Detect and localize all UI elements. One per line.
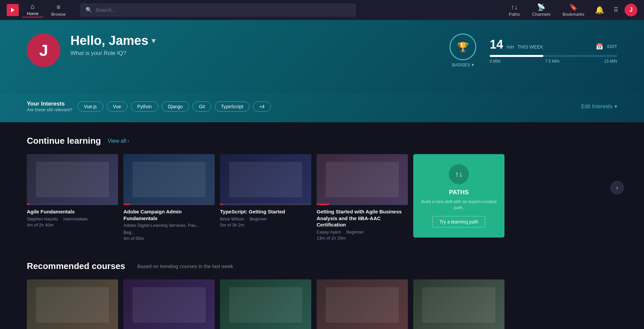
interest-tag[interactable]: Python	[131, 102, 158, 112]
thumb-screen	[36, 287, 109, 323]
view-all-arrow: ›	[127, 138, 129, 144]
rec-thumbnail	[123, 279, 215, 329]
calendar-icon[interactable]: 📅	[596, 43, 603, 50]
nav-browse[interactable]: ≡ Browse	[47, 3, 70, 17]
paths-card[interactable]: ↑↓ PATHS Build a new skill with an exper…	[413, 154, 504, 238]
greeting-dropdown-arrow[interactable]: ▾	[152, 37, 155, 45]
course-card[interactable]: Agile Fundamentals Stephen Haunts · Inte…	[27, 154, 118, 231]
rec-thumbnail	[27, 279, 118, 329]
rec-thumbnail	[413, 279, 504, 329]
paths-card-description: Build a new skill with an expert-curated…	[420, 199, 498, 211]
recommended-section: Recommended courses Based on trending co…	[27, 261, 617, 329]
thumb-screen	[229, 287, 302, 323]
course-info: Getting Started with Agile Business Anal…	[317, 205, 408, 244]
logo-icon	[11, 8, 14, 12]
logo[interactable]	[7, 4, 19, 16]
course-progress-text: 4m of 55m	[123, 236, 215, 241]
continue-learning-section: Continue learning View all › Agile Funda…	[27, 136, 617, 244]
badges-label[interactable]: BADGES ▾	[452, 62, 474, 67]
avatar[interactable]: J	[625, 4, 637, 16]
main-content: Continue learning View all › Agile Funda…	[0, 122, 644, 329]
course-cards-row: Agile Fundamentals Stephen Haunts · Inte…	[27, 154, 617, 244]
thumb-screen	[422, 287, 495, 323]
course-level: Beginner	[250, 216, 267, 221]
nav-paths-label: Paths	[509, 12, 520, 17]
search-bar[interactable]: 🔍	[80, 4, 356, 16]
thumb-content	[413, 279, 504, 329]
recommended-card[interactable]	[317, 279, 408, 329]
role-iq-text[interactable]: What is your Role IQ?	[70, 50, 439, 57]
course-card[interactable]: Adobe Campaign Admin Fundamentals Adobe …	[123, 154, 215, 244]
progress-mid: 7.5 MIN	[545, 59, 559, 64]
course-progress-fill	[27, 204, 30, 205]
nav-channels[interactable]: 📡 Channels	[527, 3, 555, 17]
badges-chevron: ▾	[472, 62, 474, 67]
interests-label: Your Interests Are these still relevant?	[27, 101, 72, 112]
interest-tag[interactable]: Vue.js	[77, 102, 103, 112]
recommended-card[interactable]	[123, 279, 215, 329]
weekly-progress-bar	[490, 55, 617, 57]
edit-interests-button[interactable]: Edit Interests ▾	[581, 103, 617, 110]
recommended-title: Recommended courses	[27, 261, 125, 271]
course-info: Adobe Campaign Admin Fundamentals Adobe …	[123, 205, 215, 244]
interest-tag[interactable]: Django	[162, 102, 189, 112]
interest-tag[interactable]: TypeScript	[215, 102, 250, 112]
hero-top: J Hello, James ▾ What is your Role IQ? 🏆…	[27, 34, 617, 67]
course-thumbnail	[27, 154, 118, 205]
apps-grid[interactable]: ⠿	[610, 6, 622, 14]
edit-link[interactable]: EDIT	[607, 44, 617, 49]
thumb-content	[317, 154, 408, 205]
interest-tag[interactable]: +4	[253, 102, 271, 112]
recommended-card[interactable]	[413, 279, 504, 329]
course-progress-text: 5m of 3h 2m	[220, 222, 311, 227]
meta-dot: ·	[343, 229, 344, 235]
thumb-screen	[326, 162, 399, 197]
nav-bookmarks[interactable]: 🔖 Bookmarks	[558, 3, 589, 17]
nav-channels-label: Channels	[532, 12, 550, 17]
search-input[interactable]	[96, 7, 351, 13]
thumb-screen	[229, 162, 302, 197]
channels-icon: 📡	[537, 3, 545, 11]
trophy-icon: 🏆	[457, 42, 469, 53]
thumb-screen	[326, 287, 399, 323]
interests-title: Your Interests	[27, 101, 72, 107]
user-avatar[interactable]: J	[27, 34, 60, 67]
interest-tag[interactable]: Vue	[107, 102, 127, 112]
course-info: Agile Fundamentals Stephen Haunts · Inte…	[27, 205, 118, 231]
course-title: Adobe Campaign Admin Fundamentals	[123, 208, 215, 221]
section-header-continue: Continue learning View all ›	[27, 136, 617, 146]
recommended-card[interactable]	[220, 279, 311, 329]
nav-right: ↑↓ Paths 📡 Channels 🔖 Bookmarks 🔔 ⠿ J	[504, 3, 637, 17]
course-author: Casey Ayers	[317, 229, 341, 235]
try-learning-path-button[interactable]: Try a learning path	[432, 216, 485, 227]
thumb-content	[123, 154, 215, 205]
course-progress-fill	[123, 204, 130, 205]
thumb-content	[317, 279, 408, 329]
view-all-link[interactable]: View all ›	[108, 138, 129, 144]
nav-paths[interactable]: ↑↓ Paths	[504, 3, 525, 17]
hero-greeting: Hello, James ▾ What is your Role IQ?	[70, 34, 439, 57]
meta-dot: ·	[246, 216, 248, 221]
interest-tag[interactable]: Git	[193, 102, 211, 112]
search-icon: 🔍	[86, 7, 92, 13]
notifications-bell[interactable]: 🔔	[592, 6, 607, 14]
recommended-card[interactable]	[27, 279, 118, 329]
interest-tags: Vue.jsVuePythonDjangoGitTypeScript+4	[77, 102, 271, 112]
course-card[interactable]: Getting Started with Agile Business Anal…	[317, 154, 408, 244]
recommended-cards-row	[27, 279, 617, 329]
course-level: Beginner	[346, 229, 364, 235]
course-meta: Stephen Haunts · Intermediate	[27, 216, 118, 221]
course-meta: Casey Ayers · Beginner	[317, 229, 408, 235]
navbar: ⌂ Home ≡ Browse 🔍 ↑↓ Paths 📡 Channels 🔖 …	[0, 0, 644, 20]
badges-circle[interactable]: 🏆	[449, 34, 476, 60]
course-card[interactable]: TypeScript: Getting Started Brice Wilson…	[220, 154, 311, 231]
greeting-heading: Hello, James ▾	[70, 34, 439, 48]
thumb-screen	[132, 162, 206, 197]
nav-home-label: Home	[27, 11, 39, 16]
thumb-screen	[132, 287, 206, 323]
nav-home[interactable]: ⌂ Home	[22, 3, 43, 17]
course-progress-fill	[220, 204, 223, 205]
carousel-next-button[interactable]: ›	[610, 181, 624, 194]
course-meta: Brice Wilson · Beginner	[220, 216, 311, 221]
course-level: Intermediate	[63, 216, 88, 221]
